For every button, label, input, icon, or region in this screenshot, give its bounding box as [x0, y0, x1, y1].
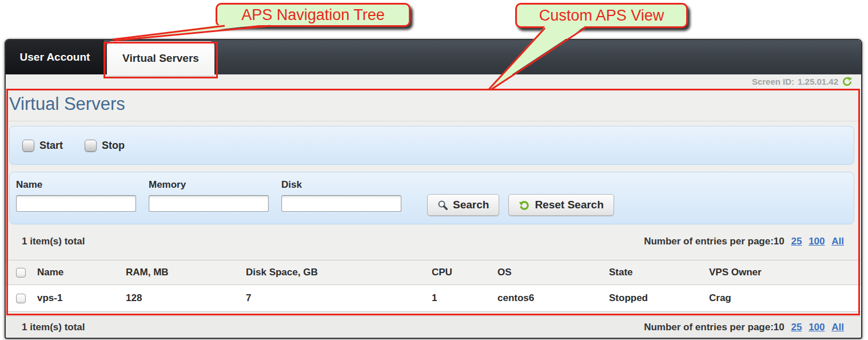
tab-user-account[interactable]: User Account [6, 40, 104, 74]
reset-search-button-label: Reset Search [535, 199, 603, 211]
entries-option-25[interactable]: 25 [791, 236, 802, 247]
entries-current: 10 [774, 236, 785, 247]
cell-cpu: 1 [427, 285, 492, 312]
name-field-group: Name [16, 179, 136, 212]
table-header-row: Name RAM, MB Disk Space, GB CPU OS State… [6, 260, 861, 285]
entries-option-all-bottom[interactable]: All [831, 322, 844, 333]
screen-id-value: 1.25.01.42 [798, 77, 838, 86]
disk-field-label: Disk [281, 179, 401, 191]
servers-table: Name RAM, MB Disk Space, GB CPU OS State… [6, 260, 861, 312]
cell-disk: 7 [241, 285, 427, 312]
screen-id-bar: Screen ID: 1.25.01.42 [6, 74, 861, 89]
cell-ram: 128 [121, 285, 241, 312]
col-header-vps-owner: VPS Owner [704, 260, 861, 285]
top-summary-bar: 1 item(s) total Number of entries per pa… [6, 224, 861, 254]
reset-search-button[interactable]: Reset Search [508, 194, 614, 216]
entries-current-bottom: 10 [774, 322, 785, 333]
memory-field-label: Memory [149, 179, 269, 191]
cell-os: centos6 [492, 285, 604, 312]
callout-custom-aps-view-label: Custom APS View [539, 7, 664, 25]
select-all-checkbox[interactable] [16, 268, 26, 278]
screen-id-label: Screen ID: [752, 77, 794, 86]
name-field-label: Name [16, 179, 136, 191]
row-checkbox[interactable] [16, 294, 26, 303]
col-header-name: Name [32, 260, 121, 285]
entries-per-page: Number of entries per page:10 25 100 All [644, 236, 844, 247]
actions-toolbar: Start Stop [9, 126, 854, 165]
name-input[interactable] [16, 195, 136, 212]
start-button[interactable]: Start [22, 140, 63, 152]
search-button-label: Search [453, 199, 489, 211]
col-header-cpu: CPU [427, 260, 492, 285]
start-icon [22, 140, 34, 152]
stop-button[interactable]: Stop [85, 140, 125, 152]
col-header-os: OS [492, 260, 604, 285]
search-panel: Name Memory Disk Search [9, 172, 854, 224]
search-buttons: Search Reset Search [427, 194, 614, 216]
col-header-state: State [604, 260, 704, 285]
col-header-disk: Disk Space, GB [241, 260, 427, 285]
tab-user-account-label: User Account [20, 51, 90, 64]
entries-option-100[interactable]: 100 [809, 236, 825, 247]
tab-bar: User Account Virtual Servers [6, 40, 861, 74]
magnifier-icon [437, 200, 448, 211]
tab-virtual-servers-label: Virtual Servers [122, 52, 199, 65]
cell-name: vps-1 [32, 285, 121, 312]
cell-state: Stopped [604, 285, 704, 312]
entries-option-25-bottom[interactable]: 25 [791, 322, 802, 333]
tab-virtual-servers[interactable]: Virtual Servers [107, 41, 214, 76]
stop-icon [85, 140, 97, 152]
callout-aps-navigation-tree: APS Navigation Tree [216, 3, 411, 27]
start-button-label: Start [39, 140, 63, 152]
entries-per-page-bottom: Number of entries per page:10 25 100 All [644, 322, 844, 333]
stop-button-label: Stop [102, 140, 125, 152]
app-window: User Account Virtual Servers Screen ID: … [5, 39, 862, 339]
page-title: Virtual Servers [6, 89, 861, 121]
refresh-icon[interactable] [842, 76, 853, 87]
disk-input[interactable] [281, 195, 401, 212]
callout-custom-aps-view: Custom APS View [515, 3, 688, 28]
entries-option-all[interactable]: All [831, 236, 844, 247]
items-total: 1 item(s) total [22, 236, 85, 247]
entries-option-100-bottom[interactable]: 100 [809, 322, 825, 333]
memory-input[interactable] [149, 195, 269, 212]
callout-aps-navigation-tree-label: APS Navigation Tree [241, 6, 385, 24]
bottom-summary-bar: 1 item(s) total Number of entries per pa… [6, 316, 861, 338]
col-header-ram: RAM, MB [121, 260, 241, 285]
cell-vps-owner: Crag [704, 285, 861, 312]
memory-field-group: Memory [149, 179, 269, 212]
reset-arrow-icon [519, 199, 530, 211]
entries-per-page-bottom-label: Number of entries per page: [644, 322, 774, 333]
table-row: vps-1 128 7 1 centos6 Stopped Crag [6, 285, 861, 312]
search-button[interactable]: Search [427, 194, 499, 216]
entries-per-page-label: Number of entries per page: [644, 236, 774, 247]
disk-field-group: Disk [281, 179, 401, 212]
items-total-bottom: 1 item(s) total [22, 322, 85, 333]
